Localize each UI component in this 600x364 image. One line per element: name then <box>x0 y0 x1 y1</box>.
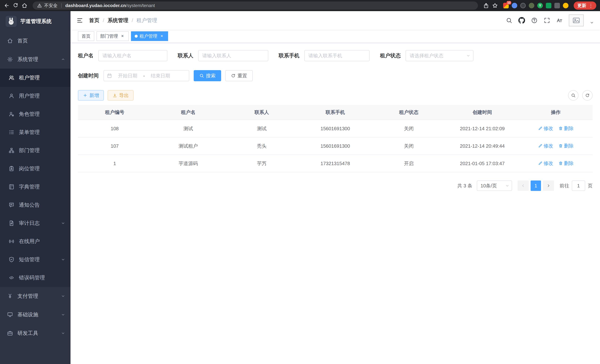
delete-button[interactable]: 删除 <box>558 143 574 149</box>
goto-page-input[interactable] <box>572 180 585 191</box>
edit-button[interactable]: 修改 <box>538 125 553 132</box>
security-label[interactable]: 不安全 <box>44 3 57 9</box>
delete-button[interactable]: 删除 <box>558 125 574 132</box>
contact-phone-input[interactable] <box>304 50 370 61</box>
sidebar-item-menu[interactable]: 菜单管理 <box>0 123 71 141</box>
sidebar-item-pay[interactable]: 支付管理 <box>0 287 71 305</box>
contact-input[interactable] <box>198 50 268 61</box>
browser-update-button[interactable]: 更新 ⋮ <box>574 1 596 10</box>
start-date-input[interactable] <box>113 73 142 79</box>
tenant-name-input[interactable] <box>98 50 167 61</box>
tab-tenant[interactable]: 租户管理× <box>131 31 168 41</box>
refresh-table-button[interactable] <box>582 90 593 101</box>
sidebar-item-system[interactable]: 系统管理 <box>0 50 71 69</box>
sidebar-item-errcode[interactable]: 错误码管理 <box>0 269 71 287</box>
breadcrumb-separator: / <box>132 18 133 23</box>
extension-icon[interactable] <box>529 3 534 8</box>
table-toolbar: 新增 导出 <box>78 90 593 101</box>
sidebar-item-devtools[interactable]: 研发工具 <box>0 324 71 343</box>
table-cell: 测试 <box>225 120 299 137</box>
sidebar-item-dept[interactable]: 部门管理 <box>0 141 71 159</box>
back-icon[interactable] <box>4 3 10 9</box>
tab-close-icon[interactable]: × <box>120 34 125 39</box>
next-page-button[interactable] <box>543 180 554 191</box>
infra-icon <box>7 312 13 318</box>
end-date-input[interactable] <box>146 73 175 79</box>
address-bar[interactable]: 不安全 dashboard.yudao.iocoder.cn/system/te… <box>33 1 478 10</box>
app-logo[interactable]: 芋道管理系统 <box>0 11 71 32</box>
prev-page-button[interactable] <box>518 180 529 191</box>
extension-icon[interactable] <box>563 3 568 8</box>
sidebar-item-label: 通知公告 <box>19 202 65 208</box>
sidebar-item-home[interactable]: 首页 <box>0 32 71 50</box>
sidebar-item-tenant[interactable]: 租户管理 <box>0 69 71 87</box>
tenant-status-select-input[interactable] <box>406 50 473 61</box>
sidebar-item-sms[interactable]: 短信管理 <box>0 251 71 269</box>
sidebar-menu: 首页系统管理租户管理用户管理角色管理菜单管理部门管理岗位管理字典管理通知公告审计… <box>0 32 71 343</box>
avatar[interactable] <box>569 14 584 26</box>
breadcrumb-item: 租户管理 <box>137 17 157 24</box>
page-size-select[interactable]: 10条/页 <box>477 180 512 191</box>
broken-image-icon <box>572 16 580 25</box>
table-cell: 芋艿 <box>225 155 299 172</box>
sidebar-item-role[interactable]: 角色管理 <box>0 105 71 123</box>
toggle-search-button[interactable] <box>568 90 579 101</box>
sidebar-item-infra[interactable]: 基础设施 <box>0 305 71 324</box>
page-1-button[interactable]: 1 <box>531 180 541 191</box>
puzzle-extension-icon[interactable] <box>554 3 560 8</box>
sidebar-item-audit[interactable]: 审计日志 <box>0 214 71 232</box>
browser-menu-icon[interactable]: ⋮ <box>587 3 595 9</box>
extension-icon[interactable] <box>546 3 551 8</box>
breadcrumb-item[interactable]: 系统管理 <box>108 17 128 24</box>
table-cell: 开启 <box>372 155 445 172</box>
sidebar-item-online[interactable]: 在线用户 <box>0 232 71 251</box>
extension-icon[interactable] <box>520 3 526 8</box>
table-cell: 1 <box>78 155 151 172</box>
edit-button[interactable]: 修改 <box>538 160 553 167</box>
tenant-status-select[interactable] <box>406 50 473 61</box>
extension-icon[interactable]: 10 <box>503 3 509 8</box>
sidebar-item-post[interactable]: 岗位管理 <box>0 159 71 178</box>
logo-rabbit-icon <box>6 16 17 27</box>
edit-button[interactable]: 修改 <box>538 143 553 149</box>
breadcrumb-item[interactable]: 首页 <box>89 17 99 24</box>
page-size-value: 10条/页 <box>480 183 497 189</box>
sidebar-item-dict[interactable]: 字典管理 <box>0 178 71 196</box>
create-time-label: 创建时间 <box>78 72 99 79</box>
sidebar-item-notice[interactable]: 通知公告 <box>0 196 71 214</box>
role-icon <box>9 111 14 117</box>
sidebar-item-label: 用户管理 <box>19 92 65 99</box>
delete-button[interactable]: 删除 <box>558 160 574 167</box>
breadcrumb-separator: / <box>103 18 104 23</box>
trash-icon <box>558 144 563 148</box>
table-cell-actions: 修改删除 <box>519 155 593 172</box>
bookmark-star-icon[interactable] <box>492 3 498 9</box>
font-size-icon[interactable] <box>556 17 563 24</box>
devtools-icon <box>7 330 13 336</box>
share-icon[interactable] <box>483 3 489 9</box>
tab-dept[interactable]: 部门管理× <box>96 31 129 41</box>
sidebar-item-user[interactable]: 用户管理 <box>0 87 71 105</box>
search-button[interactable]: 搜索 <box>194 70 221 81</box>
tab-home[interactable]: 首页 <box>78 31 94 41</box>
extension-icon[interactable]: Y <box>537 3 543 8</box>
errcode-icon <box>9 275 14 281</box>
sidebar-item-label: 首页 <box>18 37 65 44</box>
sms-icon <box>9 257 14 262</box>
extension-icon[interactable] <box>512 3 517 8</box>
avatar-chevron-down-icon[interactable] <box>590 20 594 25</box>
reload-icon[interactable] <box>13 3 19 9</box>
help-icon[interactable] <box>531 17 538 24</box>
browser-home-icon[interactable] <box>21 3 28 9</box>
add-button[interactable]: 新增 <box>78 90 104 101</box>
sidebar-toggle-icon[interactable] <box>76 17 83 24</box>
create-time-range-picker[interactable]: - <box>103 70 189 81</box>
export-button[interactable]: 导出 <box>108 90 134 101</box>
breadcrumb: 首页/系统管理/租户管理 <box>89 17 157 24</box>
sidebar-item-label: 支付管理 <box>18 293 61 300</box>
reset-button[interactable]: 重置 <box>225 70 253 81</box>
tab-close-icon[interactable]: × <box>159 34 164 39</box>
search-icon[interactable] <box>506 17 512 24</box>
fullscreen-icon[interactable] <box>544 17 550 24</box>
github-icon[interactable] <box>518 17 525 24</box>
